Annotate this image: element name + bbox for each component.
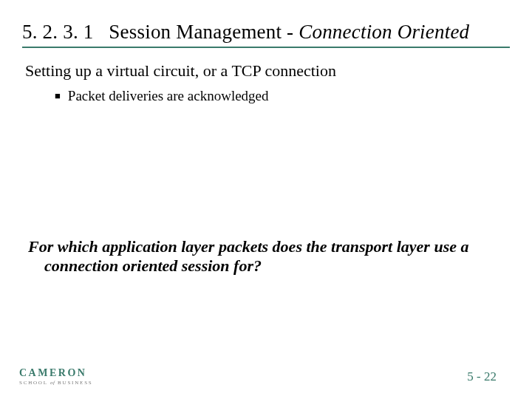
slide-body: Setting up a virtual circuit, or a TCP c…: [22, 61, 510, 104]
page-number: 5 - 22: [467, 369, 497, 384]
logo-sub-pre: SCHOOL: [19, 380, 50, 386]
bullet-square-icon: ■: [55, 88, 61, 104]
logo: CAMERON SCHOOL of BUSINESS: [19, 367, 93, 386]
slide-title: 5. 2. 3. 1 Session Management - Connecti…: [22, 21, 510, 44]
title-text-italic: Connection Oriented: [299, 21, 469, 43]
bullet-item: ■ Packet deliveries are acknowledged: [25, 88, 510, 104]
title-text-plain: Session Management -: [109, 21, 299, 43]
slide: 5. 2. 3. 1 Session Management - Connecti…: [0, 0, 532, 399]
logo-main: CAMERON: [19, 367, 93, 379]
logo-sub-post: BUSINESS: [55, 380, 93, 386]
logo-sub: SCHOOL of BUSINESS: [19, 380, 93, 386]
section-number: 5. 2. 3. 1: [22, 21, 94, 43]
question-text: For which application layer packets does…: [41, 237, 510, 276]
lead-text: Setting up a virtual circuit, or a TCP c…: [25, 61, 510, 81]
bullet-text: Packet deliveries are acknowledged: [68, 88, 269, 104]
title-block: 5. 2. 3. 1 Session Management - Connecti…: [22, 21, 510, 48]
